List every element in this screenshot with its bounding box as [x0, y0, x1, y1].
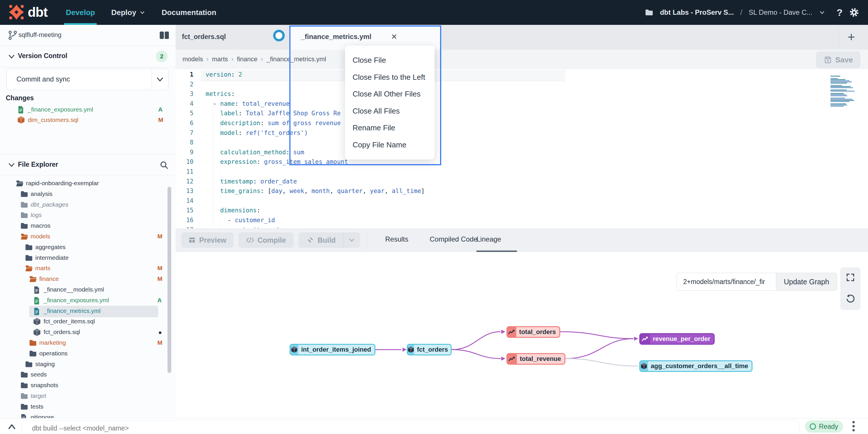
tree-item-macros[interactable]: macros [0, 221, 176, 231]
tree-item-operations[interactable]: operations [0, 349, 176, 359]
minimap-line [831, 101, 849, 102]
code-token: : [253, 178, 257, 185]
folder-icon [20, 222, 28, 229]
chevron-down-icon[interactable] [156, 76, 164, 83]
update-graph-button[interactable]: Update Graph [776, 273, 837, 291]
lineage-node-total_orders[interactable]: total_orders [506, 326, 560, 338]
code-token: : [286, 149, 290, 156]
menu-item-rename-file[interactable]: Rename File [345, 123, 435, 132]
chevron-down-icon[interactable] [818, 9, 826, 16]
chevron-up-icon[interactable] [7, 423, 17, 431]
tree-item-label: fct_orders.sql [43, 328, 80, 336]
folder-open-icon [20, 233, 28, 240]
git-branch-row[interactable]: sqlfluff-meeting [0, 25, 176, 46]
file-explorer-header[interactable]: File Explorer [0, 154, 176, 175]
docs-book-icon[interactable] [159, 31, 170, 40]
lineage-node-agg_customer_orders__all_time[interactable]: agg_customer_orders__all_time [639, 360, 752, 372]
new-tab-button[interactable]: + [843, 28, 860, 46]
change-item[interactable]: dim_customers.sqlM [0, 115, 176, 125]
code-line: time_grains: [day, week, month, quarter,… [206, 187, 425, 195]
editor-minimap[interactable] [829, 76, 861, 108]
menu-item-close-file[interactable]: Close File [345, 56, 435, 65]
tree-item-marketing[interactable]: marketingM [0, 338, 176, 348]
dbt-logo[interactable]: dbt [8, 4, 48, 21]
folder-icon [20, 211, 28, 219]
tree-item-seeds[interactable]: seeds [0, 370, 176, 380]
model-icon-box [640, 361, 648, 371]
lineage-node-total_revenue[interactable]: total_revenue [506, 353, 565, 365]
breadcrumb-item[interactable]: finance [237, 56, 257, 63]
save-button[interactable]: Save [816, 52, 861, 68]
lineage-filter-input[interactable]: 2+models/marts/finance/_fir [677, 273, 776, 291]
commit-and-sync-button[interactable]: Commit and sync [6, 69, 168, 90]
kebab-menu-icon[interactable] [852, 421, 855, 432]
tree-item--finance-metrics-yml[interactable]: _finance_metrics.yml [0, 306, 176, 317]
file-tree-scrollbar[interactable] [167, 187, 171, 373]
tree-item-marts[interactable]: martsM [0, 263, 176, 274]
lineage-node-fct_orders[interactable]: fct_orders [407, 344, 452, 355]
tree-item-models[interactable]: modelsM [0, 232, 176, 242]
git-status-badge: M [157, 233, 162, 240]
command-input[interactable] [21, 420, 799, 434]
account-selector[interactable]: dbt Labs - ProServ S... [660, 8, 734, 17]
tab-compiled-code[interactable]: Compiled Code [430, 235, 477, 243]
menu-item-close-all-other-files[interactable]: Close All Other Files [345, 90, 435, 98]
lineage-node-revenue_per_order[interactable]: revenue_per_order [639, 333, 715, 345]
breadcrumb-item[interactable]: models [183, 56, 203, 63]
tree-item-logs[interactable]: logs [0, 210, 176, 221]
tab-fct-orders-sql[interactable]: fct_orders.sql [176, 25, 290, 50]
gear-icon[interactable] [849, 7, 859, 18]
unsaved-changes-dot [273, 30, 285, 41]
nav-item-documentation[interactable]: Documentation [162, 0, 216, 25]
tree-item-dbt-packages[interactable]: dbt_packages [0, 200, 176, 210]
breadcrumb-item[interactable]: marts [212, 56, 228, 63]
search-icon[interactable] [159, 161, 168, 170]
tree-item-fct-orders-sql[interactable]: fct_orders.sql [0, 327, 176, 338]
tree-item-tests[interactable]: tests [0, 402, 176, 412]
tab-results[interactable]: Results [385, 235, 408, 243]
code-line: description: sum of gross revenue [206, 120, 341, 126]
tree-item-intermediate[interactable]: intermediate [0, 253, 176, 263]
compile-button[interactable]: Compile [239, 233, 293, 248]
nav-item-develop[interactable]: Develop [66, 0, 95, 25]
lineage-node-int_order_items_joined[interactable]: int_order_items_joined [290, 344, 375, 355]
git-branch-icon [7, 30, 18, 40]
tree-item-label: models [31, 233, 50, 240]
minimap-line [831, 105, 847, 106]
lineage-canvas[interactable]: int_order_items_joinedfct_orderstotal_or… [176, 252, 868, 418]
help-icon[interactable]: ? [837, 7, 843, 18]
minimap-line [831, 95, 847, 96]
line-number: 1 [176, 71, 193, 78]
version-control-header[interactable]: Version Control 2 [0, 46, 176, 67]
change-status-badge: M [158, 116, 163, 123]
menu-item-close-all-files[interactable]: Close All Files [345, 107, 435, 116]
tree-item-analysis[interactable]: analysis [0, 189, 176, 200]
tree-item-rapid-onboarding-exemplar[interactable]: rapid-onboarding-exemplar [0, 179, 176, 189]
tree-item-label: analysis [31, 191, 53, 197]
build-button[interactable]: Build [299, 233, 344, 248]
tree-item-target[interactable]: target [0, 391, 176, 402]
tree-item-fct-order-items-sql[interactable]: fct_order_items.sql [0, 317, 176, 327]
tree-item-aggregates[interactable]: aggregates [0, 242, 176, 253]
menu-item-copy-file-name[interactable]: Copy File Name [345, 140, 435, 149]
breadcrumb-item[interactable]: _finance_metrics.yml [267, 56, 326, 63]
nav-item-deploy[interactable]: Deploy [111, 0, 146, 25]
tab-lineage[interactable]: Lineage [476, 235, 501, 243]
preview-button[interactable]: Preview [181, 233, 233, 248]
menu-item-close-files-to-the-left[interactable]: Close Files to the Left [345, 73, 435, 82]
tree-item--finance-exposures-yml[interactable]: _finance_exposures.ymlA [0, 296, 176, 306]
close-icon[interactable]: ✕ [391, 32, 397, 41]
reset-view-icon[interactable] [845, 294, 855, 304]
tree-item-snapshots[interactable]: snapshots [0, 380, 176, 391]
fullscreen-icon[interactable] [845, 272, 855, 282]
project-selector[interactable]: SL Demo - Dave C... [749, 8, 812, 17]
tree-item-staging[interactable]: staging [0, 359, 176, 370]
change-item[interactable]: _finance_exposures.ymlA [0, 105, 176, 115]
change-status-badge: A [158, 106, 162, 113]
line-number: 14 [176, 197, 193, 204]
tree-item--finance-models-yml[interactable]: _finance__models.yml [0, 285, 176, 295]
divider [152, 69, 152, 89]
build-options-button[interactable] [344, 233, 360, 248]
code-editor[interactable]: 1version: 223metrics:4 - name: total_rev… [176, 69, 868, 228]
tree-item-finance[interactable]: financeM [0, 274, 176, 285]
